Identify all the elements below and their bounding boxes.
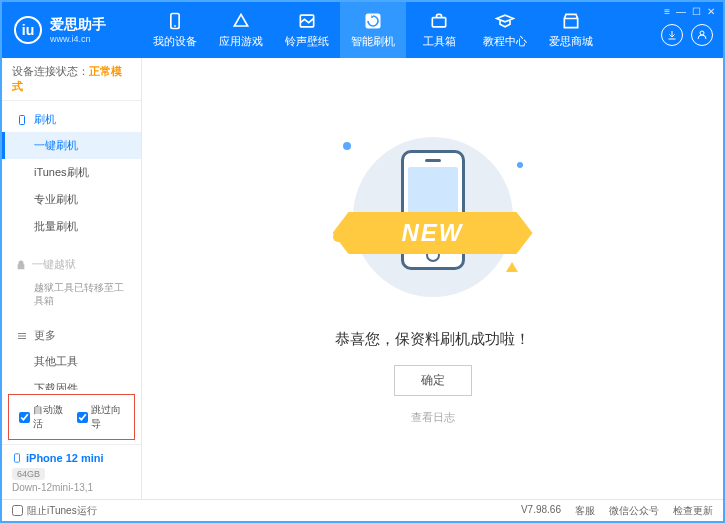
main-content: NEW 恭喜您，保资料刷机成功啦！ 确定 查看日志 (142, 58, 723, 499)
wechat-link[interactable]: 微信公众号 (609, 504, 659, 518)
version-label: V7.98.66 (521, 504, 561, 518)
phone-small-icon (16, 114, 28, 126)
device-status: 设备连接状态：正常模式 (2, 58, 141, 101)
options-box: 自动激活 跳过向导 (8, 394, 135, 440)
nav-ringtones[interactable]: 铃声壁纸 (274, 2, 340, 58)
store-icon (561, 11, 581, 31)
sidebar-item-pro[interactable]: 专业刷机 (2, 186, 141, 213)
svg-rect-10 (15, 454, 20, 462)
window-controls: ≡ — ☐ ✕ (664, 6, 715, 17)
user-button[interactable] (691, 24, 713, 46)
refresh-icon (363, 11, 383, 31)
device-storage: 64GB (12, 468, 45, 480)
nav: 我的设备 应用游戏 铃声壁纸 智能刷机 工具箱 教程中心 爱思商城 (142, 2, 723, 58)
device-name[interactable]: iPhone 12 mini (12, 451, 131, 465)
download-icon (666, 29, 678, 41)
checkbox-skip-guide[interactable]: 跳过向导 (77, 403, 125, 431)
sidebar: 设备连接状态：正常模式 刷机 一键刷机 iTunes刷机 专业刷机 批量刷机 一… (2, 58, 142, 499)
logo: iu 爱思助手 www.i4.cn (2, 16, 142, 44)
sidebar-item-firmware[interactable]: 下载固件 (2, 375, 141, 390)
service-link[interactable]: 客服 (575, 504, 595, 518)
sidebar-item-itunes[interactable]: iTunes刷机 (2, 159, 141, 186)
svg-rect-4 (432, 18, 445, 27)
header: iu 爱思助手 www.i4.cn 我的设备 应用游戏 铃声壁纸 智能刷机 工具… (2, 2, 723, 58)
device-icon (12, 451, 22, 465)
svg-rect-6 (20, 115, 25, 124)
ok-button[interactable]: 确定 (394, 365, 472, 396)
lock-icon (16, 260, 26, 270)
wallpaper-icon (297, 11, 317, 31)
app-url: www.i4.cn (50, 34, 106, 44)
sidebar-item-other[interactable]: 其他工具 (2, 348, 141, 375)
update-link[interactable]: 检查更新 (673, 504, 713, 518)
sidebar-flash-header[interactable]: 刷机 (2, 107, 141, 132)
nav-store[interactable]: 爱思商城 (538, 2, 604, 58)
app-title: 爱思助手 (50, 16, 106, 34)
checkbox-block-itunes[interactable]: 阻止iTunes运行 (12, 504, 97, 518)
graduation-icon (495, 11, 515, 31)
sidebar-item-oneclick[interactable]: 一键刷机 (2, 132, 141, 159)
nav-flash[interactable]: 智能刷机 (340, 2, 406, 58)
device-model: Down-12mini-13,1 (12, 482, 131, 493)
user-icon (696, 29, 708, 41)
svg-point-5 (700, 31, 704, 35)
logo-icon: iu (14, 16, 42, 44)
nav-tutorials[interactable]: 教程中心 (472, 2, 538, 58)
sidebar-more-header[interactable]: 更多 (2, 323, 141, 348)
view-log-link[interactable]: 查看日志 (411, 410, 455, 425)
nav-toolbox[interactable]: 工具箱 (406, 2, 472, 58)
menu-icon[interactable]: ≡ (664, 6, 670, 17)
list-icon (16, 330, 28, 342)
checkbox-auto-activate[interactable]: 自动激活 (19, 403, 67, 431)
footer: 阻止iTunes运行 V7.98.66 客服 微信公众号 检查更新 (2, 499, 723, 521)
success-message: 恭喜您，保资料刷机成功啦！ (335, 330, 530, 349)
device-info: iPhone 12 mini 64GB Down-12mini-13,1 (2, 444, 141, 499)
maximize-icon[interactable]: ☐ (692, 6, 701, 17)
nav-apps[interactable]: 应用游戏 (208, 2, 274, 58)
jailbreak-note: 越狱工具已转移至工具箱 (2, 277, 141, 311)
apps-icon (231, 11, 251, 31)
sidebar-jailbreak-header[interactable]: 一键越狱 (2, 252, 141, 277)
sidebar-item-batch[interactable]: 批量刷机 (2, 213, 141, 240)
minimize-icon[interactable]: — (676, 6, 686, 17)
download-button[interactable] (661, 24, 683, 46)
new-ribbon: NEW (333, 212, 533, 254)
toolbox-icon (429, 11, 449, 31)
phone-icon (165, 11, 185, 31)
success-illustration: NEW (323, 132, 543, 302)
nav-my-device[interactable]: 我的设备 (142, 2, 208, 58)
close-icon[interactable]: ✕ (707, 6, 715, 17)
